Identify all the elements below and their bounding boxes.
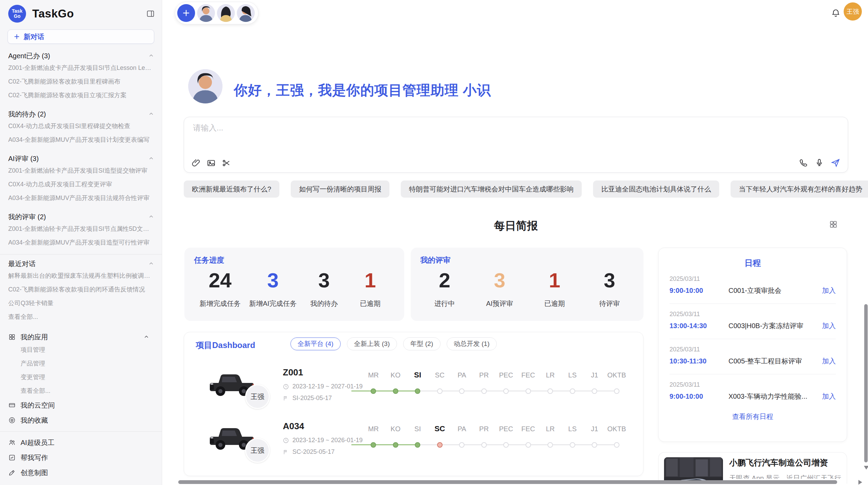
app-item[interactable]: 查看全部... [21,384,154,398]
list-item[interactable]: Z001-全新燃油轻卡产品开发项目SI造型提交物评审 [8,164,154,177]
milestone-label: MR [368,371,379,380]
sidebar-item-cloud-space[interactable]: 我的云空间 [8,398,154,413]
phone-icon[interactable] [799,158,808,167]
list-item[interactable]: Z001-全新燃油皮卡产品开发项目SI节点Lesson Learn报告 [8,61,154,75]
assistant-avatar-1[interactable] [197,4,215,22]
scroll-right-arrow[interactable] [858,480,862,485]
notifications-bell-icon[interactable] [831,8,841,18]
stat: 3 AI预评审 [481,270,518,308]
image-icon[interactable] [207,159,216,167]
user-avatar[interactable]: 王强 [844,2,862,21]
scissors-icon[interactable] [222,159,231,167]
milestone-dot [526,388,531,394]
schedule-event-title: C003|H0B-方案冻结评审 [728,321,818,331]
suggestion-chip[interactable]: 如何写一份清晰的项目周报 [291,181,389,198]
composer-tools [192,159,231,167]
milestone-connector [351,444,374,445]
list-item[interactable]: C02-飞腾新能源轻客改款项目的闭环通告反馈情况 [8,283,154,296]
list-item[interactable]: A034-全新新能源MUV产品开发项目计划变更表编写 [8,133,154,147]
sidebar-item-my-apps[interactable]: 我的应用 [8,331,154,343]
milestone-dot [371,388,376,394]
dashboard-tab[interactable]: 动总开发 (1) [447,337,497,350]
cloud-drive-icon [8,401,16,409]
sidebar: Task Go TaskGo 新对话 Agent已办 (3) [0,0,162,485]
milestone-connector [594,390,617,391]
microphone-icon[interactable] [815,158,824,167]
stat-value: 24 [209,270,232,291]
section-agent-done[interactable]: Agent已办 (3) [8,51,154,61]
section-recent[interactable]: 最近对话 [8,259,154,269]
assistant-avatar-2[interactable] [217,4,235,22]
list-item[interactable]: A034-全新新能源MUV产品开发项目造型可行性评审 [8,236,154,249]
assistant-avatar-3[interactable] [237,4,255,22]
milestone-label: KO [390,371,400,380]
suggestion-chip[interactable]: 当下年轻人对汽车外观有怎样的喜好趋势 [731,181,868,198]
milestone-connector [351,390,374,391]
vertical-scrollbar-thumb[interactable] [864,304,868,462]
dashboard-tabs: 全新平台 (4)全新上装 (3)年型 (2)动总开发 (1) [290,337,497,350]
milestone-dot [393,442,398,448]
section-my-review[interactable]: 我的评审 (2) [8,212,154,222]
schedule-date: 2025/03/11 [670,346,836,353]
list-item[interactable]: 公司Q3轻卡销量 [8,296,154,310]
suggestion-chips: 欧洲新规最近颁布了什么?如何写一份清晰的项目周报特朗普可能对进口汽车增税会对中国… [184,181,848,198]
sidebar-item-favorites[interactable]: 我的收藏 [8,413,154,428]
milestone-label: FEC [521,424,535,433]
app-item[interactable]: 项目管理 [21,343,154,357]
new-chat-button[interactable]: 新对话 [8,29,154,44]
join-button[interactable]: 加入 [822,392,836,401]
suggestion-chip[interactable]: 比亚迪全固态电池计划具体说了什么 [593,181,719,198]
view-all-schedule-link[interactable]: 查看所有日程 [670,412,836,421]
message-input[interactable] [192,122,840,153]
list-item[interactable]: 查看全部... [8,310,154,324]
attachment-icon[interactable] [192,159,201,167]
join-button[interactable]: 加入 [822,286,836,295]
layout-grid-icon[interactable] [829,220,838,229]
section-title: 我的评审 (2) [8,212,148,222]
horizontal-scrollbar-thumb[interactable] [178,480,837,484]
scroll-down-arrow[interactable] [864,466,868,470]
project-dates: 2023-12-19 ~ 2027-01-19 [283,383,363,390]
sidebar-item-write-helper[interactable]: 帮我写作 [8,450,154,465]
dashboard-tab[interactable]: 全新平台 (4) [290,337,341,350]
list-item[interactable]: A034-全新新能源MUV产品开发项目法规符合性评审 [8,191,154,205]
milestone-label: LR [546,371,555,380]
section-todo[interactable]: 我的待办 (2) [8,109,154,119]
join-button[interactable]: 加入 [822,357,836,366]
card-title: 任务进度 [194,255,224,265]
project-row[interactable]: 王强 A034 2023-12-19 ~ 2026-01-19 SC-2025-… [184,415,643,469]
milestone-connector [373,390,396,391]
chevron-up-icon [148,214,154,220]
list-item[interactable]: 解释最新出台的欧盟报废车法规再生塑料比例被调至15%... [8,269,154,283]
list-item[interactable]: C0X4-动力总成开发项目SI里程碑提交物检查 [8,119,154,133]
milestone-connector [373,444,396,445]
dashboard-tab[interactable]: 年型 (2) [403,337,441,350]
milestone-dot [415,442,420,448]
suggestion-chip[interactable]: 特朗普可能对进口汽车增税会对中国车企造成哪些影响 [401,181,582,198]
section-ai-review[interactable]: AI评审 (3) [8,153,154,164]
list-item[interactable]: C02-飞腾新能源轻客改款项目里程碑画布 [8,75,154,88]
milestone-connector [506,444,528,445]
dashboard-tab[interactable]: 全新上装 (3) [347,337,397,350]
app-item[interactable]: 变更管理 [21,370,154,384]
project-row[interactable]: 王强 Z001 2023-12-19 ~ 2027-01-19 SI-2025-… [184,362,643,415]
greeting-title: 你好，王强，我是你的项目管理助理 小识 [234,81,491,100]
suggestion-chip[interactable]: 欧洲新规最近颁布了什么? [184,181,279,198]
milestone-dot [592,388,597,394]
milestone-connector [572,390,595,391]
milestone-dot [503,388,509,394]
sidebar-item-ai-staff[interactable]: AI超级员工 [8,435,154,450]
add-assistant-button[interactable] [177,4,195,22]
list-item[interactable]: Z001-全新燃油轻卡产品开发项目SI节点属性5D文件评审 [8,222,154,236]
list-item[interactable]: C0X4-动力总成开发项目工程变更评审 [8,177,154,191]
collapse-sidebar-icon[interactable] [146,9,155,18]
milestone-connector [396,390,418,391]
sidebar-item-creative-drawing[interactable]: 创意制图 [8,465,154,480]
app-item[interactable]: 产品管理 [21,357,154,370]
list-item[interactable]: C02-飞腾新能源轻客改款项目立项汇报方案 [8,88,154,102]
project-owner-badge: 王强 [245,438,270,463]
milestone-connector [550,390,572,391]
join-button[interactable]: 加入 [822,321,836,331]
send-icon[interactable] [831,158,840,167]
my-review-list: Z001-全新燃油轻卡产品开发项目SI节点属性5D文件评审A034-全新新能源M… [0,222,162,249]
